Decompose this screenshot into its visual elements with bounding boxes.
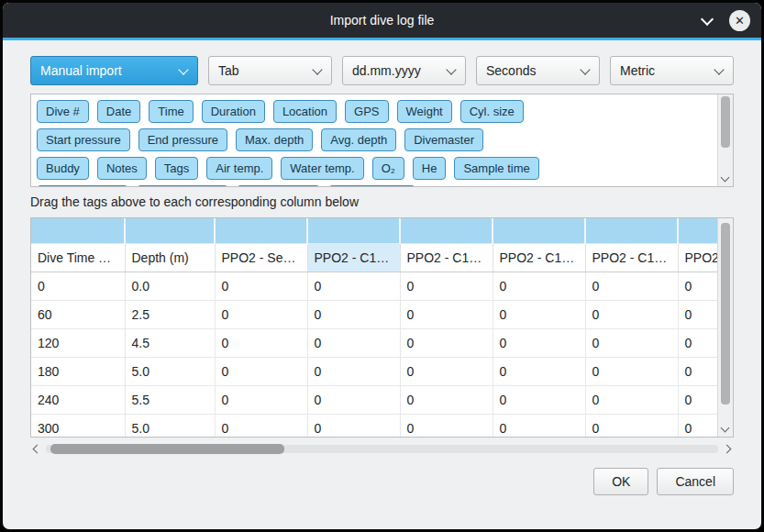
field-tag[interactable]: Location [273, 100, 337, 123]
chevron-shape [701, 13, 714, 26]
column-drop-zone[interactable] [585, 218, 678, 244]
date-format-combo[interactable]: dd.mm.yyyy [342, 56, 466, 85]
column-drop-zone[interactable] [307, 218, 400, 244]
header-row: Dive Time …Depth (m)PPO2 - Se…PPO2 - C1…… [31, 244, 717, 272]
table-cell: 0 [307, 415, 400, 438]
close-button[interactable]: ✕ [729, 10, 750, 31]
table-cell: 0 [678, 301, 717, 329]
field-tag[interactable]: Sample CNS [328, 185, 415, 186]
field-tag[interactable]: Weight [397, 100, 452, 123]
scroll-down-arrow[interactable] [721, 173, 730, 183]
column-header[interactable]: PPO2 - C1… [307, 244, 400, 272]
scrollbar-thumb[interactable] [721, 96, 730, 148]
table-cell: 0 [400, 301, 493, 329]
field-tag[interactable]: GPS [345, 100, 388, 123]
preview-table-wrap: Dive Time …Depth (m)PPO2 - Se…PPO2 - C1…… [30, 217, 734, 438]
chevron-down-icon [178, 64, 188, 74]
table-cell: 5.5 [125, 386, 215, 415]
field-tag[interactable]: Divemaster [404, 128, 483, 151]
field-tag[interactable]: Air temp. [206, 157, 272, 180]
column-band-row [31, 218, 717, 244]
table-row: 3005.0000000 [31, 415, 717, 438]
table-cell: 0 [400, 329, 493, 358]
column-drop-zone[interactable] [31, 218, 125, 244]
table-cell: 120 [31, 329, 125, 358]
horizontal-scrollbar[interactable] [30, 442, 734, 456]
cancel-button[interactable]: Cancel [657, 468, 734, 495]
table-viewport: Dive Time …Depth (m)PPO2 - Se…PPO2 - C1…… [31, 218, 717, 437]
table-cell: 0 [215, 386, 307, 415]
tag-row: Sample depthSample temp.Sample pO₂Sample… [37, 185, 712, 186]
tag-row: Dive #DateTimeDurationLocationGPSWeightC… [37, 100, 712, 123]
ok-button[interactable]: OK [593, 468, 648, 495]
table-cell: 0 [585, 272, 678, 301]
table-body: 00.0000000602.50000001204.50000001805.00… [31, 272, 717, 438]
field-tag[interactable]: Dive # [37, 100, 89, 123]
column-header[interactable]: PPO2 - C1… [400, 244, 493, 272]
column-drop-zone[interactable] [493, 218, 585, 244]
column-drop-zone[interactable] [215, 218, 307, 244]
field-tag[interactable]: Cyl. size [460, 100, 524, 123]
chevron-down-icon[interactable] [701, 14, 714, 27]
titlebar: Import dive log file ✕ [3, 3, 761, 38]
field-tag[interactable]: Sample pO₂ [237, 185, 319, 186]
column-drop-zone[interactable] [125, 218, 215, 244]
field-tag[interactable]: Sample temp. [137, 185, 228, 186]
table-cell: 0 [400, 272, 493, 301]
preview-table: Dive Time …Depth (m)PPO2 - Se…PPO2 - C1…… [31, 218, 717, 437]
table-cell: 5.0 [125, 358, 215, 386]
scrollbar-thumb[interactable] [721, 223, 730, 405]
table-row: 1204.5000000 [31, 329, 717, 358]
dialog-buttons: OK Cancel [30, 468, 734, 495]
column-drop-zone[interactable] [678, 218, 717, 244]
dialog-content: Manual import Tab dd.mm.yyyy Seconds Met… [3, 40, 761, 529]
field-tag[interactable]: Date [97, 100, 140, 123]
column-header[interactable]: PPO2 - Se… [215, 244, 307, 272]
table-cell: 0 [493, 301, 585, 329]
table-vertical-scrollbar[interactable] [717, 218, 733, 437]
table-row: 00.0000000 [31, 272, 717, 301]
field-tag[interactable]: Buddy [37, 157, 89, 180]
field-tag[interactable]: Sample depth [37, 185, 128, 186]
combo-value: Manual import [40, 63, 122, 78]
table-cell: 0 [678, 358, 717, 386]
table-cell: 0.0 [125, 272, 215, 301]
column-header[interactable]: PPO2 - C1… [585, 244, 678, 272]
table-cell: 0 [585, 415, 678, 438]
scroll-down-arrow[interactable] [721, 424, 730, 433]
table-cell: 0 [307, 329, 400, 358]
scroll-left-arrow[interactable] [33, 445, 42, 454]
scrollbar-thumb[interactable] [50, 444, 284, 454]
table-cell: 240 [31, 386, 125, 415]
table-cell: 0 [215, 272, 307, 301]
column-header[interactable]: Dive Time … [31, 244, 125, 272]
chevron-down-icon [312, 64, 322, 74]
table-row: 2405.5000000 [31, 386, 717, 415]
table-cell: 60 [31, 301, 125, 329]
field-tag[interactable]: Sample time [454, 157, 538, 180]
column-drop-zone[interactable] [400, 218, 493, 244]
field-tag[interactable]: Max. depth [236, 128, 313, 151]
table-cell: 0 [215, 329, 307, 358]
field-tag[interactable]: Tags [155, 157, 198, 180]
field-tag[interactable]: End pressure [138, 128, 227, 151]
field-tag[interactable]: Water temp. [281, 157, 363, 180]
table-cell: 0 [585, 358, 678, 386]
column-header[interactable]: Depth (m) [125, 244, 215, 272]
field-tag[interactable]: Start pressure [37, 128, 130, 151]
field-tag[interactable]: He [413, 157, 447, 180]
field-tag[interactable]: Duration [202, 100, 265, 123]
tag-panel-vertical-scrollbar[interactable] [717, 94, 733, 186]
field-tag[interactable]: Notes [97, 157, 147, 180]
import-type-combo[interactable]: Manual import [30, 56, 198, 85]
field-separator-combo[interactable]: Tab [208, 56, 332, 85]
duration-format-combo[interactable]: Seconds [476, 56, 600, 85]
field-tag[interactable]: Avg. depth [321, 128, 396, 151]
field-tag[interactable]: Time [149, 100, 193, 123]
column-header[interactable]: PPO2 - C1… [493, 244, 585, 272]
scroll-right-arrow[interactable] [723, 445, 732, 454]
table-cell: 2.5 [125, 301, 215, 329]
units-combo[interactable]: Metric [610, 56, 734, 85]
column-header[interactable]: PPO2 - C1… [678, 244, 717, 272]
field-tag[interactable]: O₂ [372, 157, 404, 180]
